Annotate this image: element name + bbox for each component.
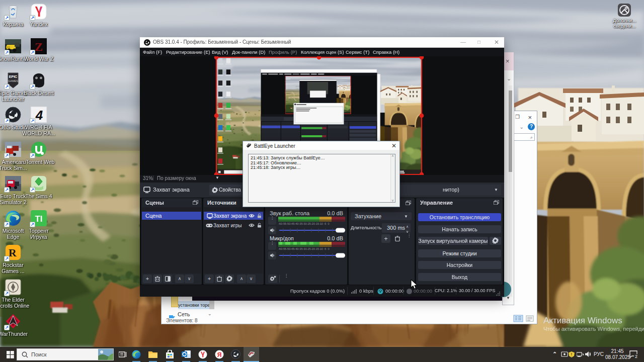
svg-text:Z: Z bbox=[35, 40, 43, 53]
svg-text:Я: Я bbox=[217, 351, 222, 358]
svg-text:2: 2 bbox=[635, 354, 637, 358]
svg-text:4: 4 bbox=[35, 108, 43, 123]
svg-text:TI: TI bbox=[35, 214, 42, 224]
svg-text:GAMES: GAMES bbox=[8, 79, 18, 82]
svg-text:R: R bbox=[9, 246, 17, 259]
svg-text:-60-55-50-45-40-35-30-25-20-15: -60-55-50-45-40-35-30-25-20-15-10 -5 0 bbox=[278, 247, 330, 250]
svg-text:EPIC: EPIC bbox=[9, 75, 17, 78]
svg-text:-60-55-50-45-40-35-30-25-20-15: -60-55-50-45-40-35-30-25-20-15-10 -5 0 bbox=[278, 222, 330, 225]
